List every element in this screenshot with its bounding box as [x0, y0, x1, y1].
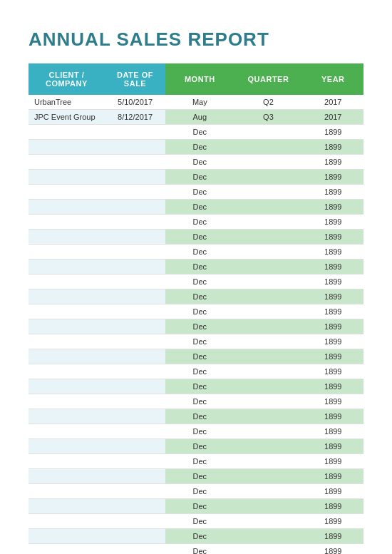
cell-year: 1899: [303, 469, 363, 484]
cell-month: Dec: [165, 140, 234, 155]
table-row: Dec1899: [29, 185, 363, 200]
cell-quarter: [234, 245, 302, 260]
cell-year: 1899: [303, 185, 363, 200]
cell-month: Dec: [165, 499, 234, 514]
cell-quarter: [234, 409, 302, 424]
cell-year: 1899: [303, 230, 363, 245]
cell-year: 1899: [303, 170, 363, 185]
cell-date: [105, 484, 165, 499]
cell-year: 2017: [303, 95, 363, 110]
cell-month: Dec: [165, 364, 234, 379]
cell-year: 1899: [303, 260, 363, 275]
table-row: Dec1899: [29, 155, 363, 170]
cell-month: Dec: [165, 514, 234, 529]
cell-quarter: [234, 544, 302, 555]
cell-client: [29, 275, 105, 289]
cell-date: [105, 529, 165, 544]
cell-year: 1899: [303, 275, 363, 289]
table-row: Dec1899: [29, 260, 363, 275]
table-row: Dec1899: [29, 529, 363, 544]
cell-client: [29, 529, 105, 544]
cell-year: 1899: [303, 334, 363, 349]
cell-year: 1899: [303, 454, 363, 469]
cell-date: [105, 364, 165, 379]
cell-month: Dec: [165, 304, 234, 319]
cell-month: Dec: [165, 215, 234, 230]
cell-date: [105, 439, 165, 454]
table-row: Dec1899: [29, 140, 363, 155]
cell-quarter: [234, 394, 302, 409]
cell-year: 1899: [303, 215, 363, 230]
cell-date: [105, 319, 165, 334]
cell-date: 8/12/2017: [105, 110, 165, 125]
cell-date: [105, 170, 165, 185]
table-row: Dec1899: [29, 289, 363, 304]
cell-year: 1899: [303, 155, 363, 170]
cell-client: [29, 514, 105, 529]
cell-month: Dec: [165, 484, 234, 499]
cell-client: [29, 469, 105, 484]
cell-year: 1899: [303, 319, 363, 334]
cell-client: [29, 200, 105, 215]
cell-year: 1899: [303, 349, 363, 364]
cell-client: [29, 499, 105, 514]
cell-date: [105, 394, 165, 409]
cell-month: Dec: [165, 439, 234, 454]
cell-date: [105, 469, 165, 484]
cell-quarter: [234, 469, 302, 484]
table-row: Dec1899: [29, 544, 363, 555]
cell-client: [29, 215, 105, 230]
cell-date: [105, 349, 165, 364]
cell-quarter: [234, 170, 302, 185]
cell-client: [29, 454, 105, 469]
cell-month: Dec: [165, 529, 234, 544]
header-quarter: QUARTER: [234, 63, 302, 95]
cell-client: [29, 304, 105, 319]
cell-quarter: [234, 529, 302, 544]
cell-client: [29, 245, 105, 260]
cell-month: Dec: [165, 289, 234, 304]
cell-quarter: [234, 334, 302, 349]
cell-date: [105, 334, 165, 349]
cell-quarter: [234, 424, 302, 439]
cell-date: [105, 230, 165, 245]
cell-month: Dec: [165, 334, 234, 349]
cell-year: 2017: [303, 110, 363, 125]
cell-quarter: Q2: [234, 95, 302, 110]
cell-client: [29, 260, 105, 275]
header-year: YEAR: [303, 63, 363, 95]
cell-quarter: [234, 439, 302, 454]
table-header-row: CLIENT / COMPANY DATE OF SALE MONTH QUAR…: [29, 63, 363, 95]
cell-year: 1899: [303, 200, 363, 215]
cell-client: [29, 424, 105, 439]
cell-date: [105, 514, 165, 529]
cell-date: [105, 260, 165, 275]
cell-year: 1899: [303, 245, 363, 260]
cell-month: Dec: [165, 469, 234, 484]
header-client: CLIENT / COMPANY: [29, 63, 105, 95]
cell-date: [105, 379, 165, 394]
cell-client: [29, 409, 105, 424]
table-row: Dec1899: [29, 334, 363, 349]
cell-date: [105, 200, 165, 215]
cell-client: [29, 439, 105, 454]
header-month: MONTH: [165, 63, 234, 95]
cell-year: 1899: [303, 304, 363, 319]
cell-month: Aug: [165, 110, 234, 125]
cell-client: UrbanTree: [29, 95, 105, 110]
cell-date: [105, 245, 165, 260]
cell-month: Dec: [165, 275, 234, 289]
table-row: Dec1899: [29, 170, 363, 185]
cell-client: [29, 364, 105, 379]
cell-client: [29, 379, 105, 394]
cell-date: [105, 424, 165, 439]
table-row: Dec1899: [29, 304, 363, 319]
table-row: Dec1899: [29, 499, 363, 514]
cell-month: Dec: [165, 409, 234, 424]
cell-year: 1899: [303, 289, 363, 304]
cell-month: Dec: [165, 424, 234, 439]
cell-quarter: [234, 260, 302, 275]
table-row: Dec1899: [29, 424, 363, 439]
table-row: Dec1899: [29, 275, 363, 289]
cell-client: [29, 544, 105, 555]
